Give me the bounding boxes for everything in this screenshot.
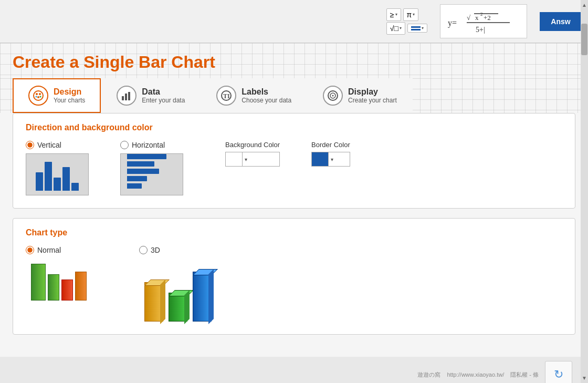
horizontal-radio-row[interactable]: Horizontal bbox=[120, 141, 165, 149]
normal-bar-green2 bbox=[48, 274, 59, 301]
display-tab-icon bbox=[323, 86, 343, 106]
horizontal-chart-thumb bbox=[120, 153, 183, 195]
horizontal-radio[interactable] bbox=[120, 141, 129, 149]
display-tab-text: Display Create your chart bbox=[348, 87, 397, 104]
labels-tab-icon: TI bbox=[216, 86, 236, 106]
threed-label: 3D bbox=[151, 246, 160, 254]
tab-row: Design Your charts Data Enter your data … bbox=[0, 78, 588, 113]
vbar-4 bbox=[62, 167, 70, 191]
main-content: Direction and background color Vertical bbox=[0, 113, 588, 357]
vertical-label: Vertical bbox=[37, 141, 61, 149]
svg-rect-16 bbox=[128, 92, 130, 100]
bg-color-picker-btn[interactable]: ▾ bbox=[225, 152, 280, 167]
background-color-group: Background Color ▾ bbox=[225, 141, 280, 167]
text-icon: TI bbox=[220, 90, 232, 101]
horizontal-label: Horizontal bbox=[132, 141, 165, 149]
svg-text:√: √ bbox=[467, 14, 471, 22]
horizontal-option: Horizontal bbox=[120, 141, 183, 195]
color-options: Background Color ▾ Border Color ▾ bbox=[225, 141, 350, 167]
tab-data[interactable]: Data Enter your data bbox=[101, 78, 201, 113]
threed-option: 3D bbox=[139, 246, 214, 322]
bg-color-swatch bbox=[226, 152, 243, 166]
border-color-caret: ▾ bbox=[329, 157, 335, 162]
threed-chart-preview bbox=[144, 258, 214, 322]
svg-point-12 bbox=[36, 96, 37, 98]
answer-button[interactable]: Answ bbox=[540, 12, 582, 31]
svg-point-11 bbox=[37, 96, 39, 98]
svg-point-8 bbox=[34, 91, 43, 100]
labels-tab-label: Labels bbox=[242, 87, 291, 97]
watermark-text: 遊遊の窩 bbox=[417, 371, 440, 379]
direction-options-row: Vertical Horizontal bbox=[26, 141, 562, 195]
normal-bar-green bbox=[31, 264, 46, 301]
svg-text:x: x bbox=[475, 14, 479, 22]
pi-symbol-btn[interactable]: π▾ bbox=[403, 8, 419, 21]
palette-icon bbox=[33, 90, 44, 101]
svg-text:2: 2 bbox=[480, 12, 483, 17]
border-color-swatch bbox=[312, 152, 329, 166]
threed-radio[interactable] bbox=[139, 246, 148, 254]
svg-text:+2: +2 bbox=[484, 14, 491, 22]
bar3d-orange bbox=[144, 280, 165, 322]
normal-bar-red bbox=[61, 280, 73, 301]
data-tab-label: Data bbox=[142, 87, 185, 97]
vertical-option: Vertical bbox=[26, 141, 89, 195]
tab-labels[interactable]: TI Labels Choose your data bbox=[201, 78, 307, 113]
labels-tab-text: Labels Choose your data bbox=[242, 87, 291, 104]
border-color-label: Border Color bbox=[311, 141, 350, 149]
display-tab-label: Display bbox=[348, 87, 397, 97]
chart-type-section: Chart type Normal bbox=[13, 218, 575, 335]
bar3d-blue bbox=[193, 269, 214, 322]
svg-rect-15 bbox=[125, 94, 127, 100]
normal-label: Normal bbox=[37, 246, 61, 254]
tab-display[interactable]: Display Create your chart bbox=[307, 78, 413, 113]
svg-text:TI: TI bbox=[223, 92, 230, 100]
hbar-2 bbox=[127, 161, 154, 167]
normal-option: Normal bbox=[26, 246, 87, 301]
data-tab-text: Data Enter your data bbox=[142, 87, 185, 104]
design-tab-text: Design Your charts bbox=[54, 87, 85, 104]
page-title: Create a Single Bar Chart bbox=[0, 43, 588, 78]
vertical-bar-preview bbox=[36, 158, 79, 191]
formula-svg: y= √ x 2 +2 5+| bbox=[447, 7, 520, 36]
display-tab-sublabel: Create your chart bbox=[348, 97, 397, 104]
sqrt-symbol-btn[interactable]: √□▾ bbox=[386, 22, 405, 35]
border-color-group: Border Color ▾ bbox=[311, 141, 350, 167]
svg-rect-14 bbox=[122, 96, 124, 100]
normal-chart-preview bbox=[31, 258, 87, 301]
vertical-radio-row[interactable]: Vertical bbox=[26, 141, 61, 149]
direction-section-title: Direction and background color bbox=[26, 123, 562, 132]
vbar-1 bbox=[36, 172, 43, 191]
design-tab-icon bbox=[28, 86, 48, 106]
bg-color-label: Background Color bbox=[225, 141, 280, 149]
recaptcha-widget[interactable]: ↻ bbox=[545, 361, 572, 383]
svg-text:y=: y= bbox=[448, 18, 457, 28]
horizontal-bar-preview bbox=[125, 153, 178, 191]
normal-radio[interactable] bbox=[26, 246, 34, 254]
svg-point-13 bbox=[40, 96, 41, 98]
bg-color-caret: ▾ bbox=[243, 157, 249, 162]
threed-radio-row[interactable]: 3D bbox=[139, 246, 160, 254]
design-tab-label: Design bbox=[54, 87, 85, 97]
barchart-icon bbox=[121, 90, 132, 101]
hbar-4 bbox=[127, 176, 147, 181]
border-color-picker-btn[interactable]: ▾ bbox=[311, 152, 350, 167]
tab-design[interactable]: Design Your charts bbox=[13, 78, 101, 113]
svg-text:5+|: 5+| bbox=[476, 26, 485, 34]
privacy-text: 隱私權 - 條 bbox=[510, 371, 539, 379]
math-toolbar: ≥▾ π▾ √□▾ ▾ bbox=[386, 8, 427, 35]
vbar-5 bbox=[71, 183, 79, 191]
chart-type-options-row: Normal 3D bbox=[26, 246, 562, 322]
normal-radio-row[interactable]: Normal bbox=[26, 246, 61, 254]
vertical-chart-thumb bbox=[26, 153, 89, 195]
gte-symbol-btn[interactable]: ≥▾ bbox=[386, 8, 401, 21]
hbar-1 bbox=[127, 154, 166, 159]
scrollbar[interactable]: ▲ ▼ bbox=[581, 0, 588, 383]
svg-point-9 bbox=[36, 93, 38, 95]
scrollbar-thumb[interactable] bbox=[581, 24, 587, 55]
hbar-3 bbox=[127, 169, 159, 174]
vertical-radio[interactable] bbox=[26, 141, 34, 149]
equiv-symbol-btn[interactable]: ▾ bbox=[407, 24, 427, 33]
data-tab-icon bbox=[117, 86, 136, 106]
chart-type-title: Chart type bbox=[26, 228, 562, 237]
